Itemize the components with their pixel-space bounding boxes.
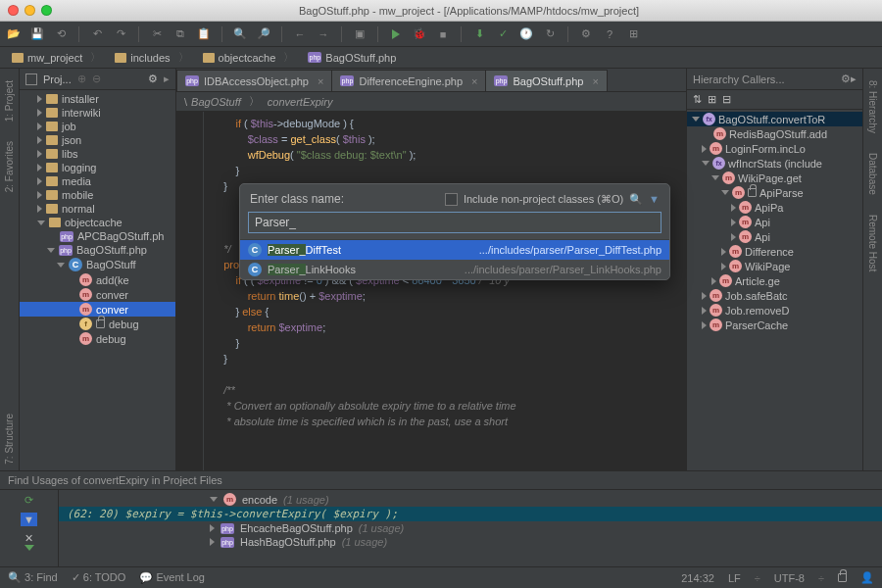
chevron-icon[interactable] [210, 538, 215, 546]
editor-tab[interactable]: phpIDBAccessObject.php× [176, 70, 332, 91]
chevron-icon[interactable] [47, 248, 55, 253]
class-name-input[interactable] [248, 212, 662, 233]
open-icon[interactable]: 📂 [6, 26, 22, 42]
chevron-icon[interactable] [721, 248, 726, 256]
chevron-icon[interactable] [692, 117, 700, 122]
tree-item[interactable]: normal [20, 202, 175, 216]
collapse-icon[interactable]: ⊟ [722, 93, 731, 106]
hide-panel-icon[interactable]: ▸ [851, 73, 857, 85]
zoom-window-button[interactable] [41, 5, 52, 16]
chevron-icon[interactable] [731, 204, 736, 212]
hierarchy-item[interactable]: mArticle.ge [687, 273, 862, 288]
chevron-icon[interactable] [57, 263, 65, 268]
chevron-icon[interactable] [702, 161, 710, 166]
status-line-sep[interactable]: LF [728, 572, 741, 584]
chevron-icon[interactable] [731, 233, 736, 241]
rail-tab-project[interactable]: 1: Project [2, 74, 17, 127]
project-view-icon[interactable] [25, 74, 37, 85]
class-suggestion-item[interactable]: CParser_DiffTest.../includes/parser/Pars… [240, 240, 669, 260]
paste-icon[interactable]: 📋 [196, 26, 212, 42]
help-icon[interactable]: ? [602, 26, 617, 42]
chevron-icon[interactable] [731, 219, 736, 226]
tree-item[interactable]: CBagOStuff [20, 257, 175, 272]
search-icon[interactable]: 🔍 [629, 193, 643, 206]
chevron-down-icon[interactable]: ⊕ [77, 73, 86, 85]
hierarchy-tree[interactable]: fxBagOStuff.convertToRmRedisBagOStuff.ad… [687, 110, 862, 470]
status-position[interactable]: 214:32 [681, 572, 714, 584]
hierarchy-item[interactable]: mApiPa [687, 200, 862, 215]
vcs-icon[interactable]: ⬇ [471, 26, 487, 42]
tree-item[interactable]: job [20, 120, 175, 133]
chevron-icon[interactable] [37, 150, 42, 158]
hierarchy-item[interactable]: mLoginForm.incLo [687, 141, 862, 156]
history-icon[interactable]: 🕐 [518, 26, 534, 42]
include-non-project-checkbox[interactable] [445, 193, 458, 206]
forward-icon[interactable]: → [316, 26, 331, 42]
tree-item[interactable]: phpBagOStuff.php [20, 243, 175, 257]
commit-icon[interactable]: ✓ [495, 26, 511, 42]
expand-icon[interactable]: ⊞ [708, 93, 716, 106]
status-inspection-icon[interactable]: 👤 [860, 571, 874, 584]
sync-icon[interactable]: ⟲ [53, 26, 69, 42]
next-icon[interactable] [24, 551, 34, 563]
copy-icon[interactable]: ⧉ [172, 26, 188, 42]
run-icon[interactable] [388, 26, 404, 42]
chevron-icon[interactable] [37, 164, 42, 172]
replace-icon[interactable]: 🔎 [256, 26, 271, 42]
chevron-icon[interactable] [37, 136, 42, 144]
build-icon[interactable]: ▣ [352, 26, 368, 42]
collapse-icon[interactable]: ⊖ [92, 73, 101, 85]
status-todo[interactable]: ✓ 6: TODO [72, 571, 126, 584]
minimize-window-button[interactable] [24, 5, 35, 16]
hierarchy-item[interactable]: mApi [687, 215, 862, 229]
chevron-icon[interactable] [702, 292, 707, 300]
hierarchy-item[interactable]: mApi [687, 229, 862, 244]
status-find[interactable]: 🔍 3: Find [8, 571, 58, 584]
chevron-icon[interactable] [210, 524, 215, 532]
close-tab-icon[interactable]: × [318, 75, 323, 87]
hierarchy-item[interactable]: mJob.removeD [687, 303, 862, 318]
chevron-icon[interactable] [37, 191, 42, 199]
chevron-icon[interactable] [702, 307, 707, 315]
usage-item[interactable]: phpHashBagOStuff.php (1 usage) [59, 535, 882, 549]
breadcrumb[interactable]: includes [109, 49, 194, 66]
tree-item[interactable]: objectcache [20, 216, 175, 229]
sort-icon[interactable]: ⇅ [693, 93, 702, 106]
settings-icon[interactable]: ⚙ [578, 26, 594, 42]
hierarchy-item[interactable]: mDifference [687, 244, 862, 259]
status-eventlog[interactable]: 💬 Event Log [139, 571, 205, 584]
tree-item[interactable]: mobile [20, 188, 175, 202]
breadcrumb[interactable]: phpBagOStuff.php [302, 51, 402, 65]
tree-item[interactable]: mconver [20, 302, 175, 317]
cut-icon[interactable]: ✂ [149, 26, 165, 42]
hierarchy-item[interactable]: mRedisBagOStuff.add [687, 126, 862, 141]
hierarchy-item[interactable]: mJob.safeBatc [687, 288, 862, 303]
gear-icon[interactable]: ⚙ [148, 73, 158, 85]
hierarchy-item[interactable]: fxwfIncrStats (include [687, 156, 862, 171]
chevron-icon[interactable] [711, 277, 716, 285]
code-editor[interactable]: if ( $this->debugMode ) { $class = get_c… [176, 112, 686, 470]
chevron-icon[interactable] [721, 263, 726, 270]
chevron-icon[interactable] [37, 177, 42, 185]
revert-icon[interactable]: ↻ [542, 26, 558, 42]
tree-item[interactable]: libs [20, 147, 175, 161]
redo-icon[interactable]: ↷ [113, 26, 128, 42]
usage-match-line[interactable]: (62: 20) $expiry = $this->convertExpiry(… [59, 507, 882, 521]
breadcrumb[interactable]: objectcache [197, 49, 301, 66]
close-tab-icon[interactable]: × [471, 75, 477, 87]
hierarchy-item[interactable]: mWikiPage.get [687, 171, 862, 185]
hierarchy-item[interactable]: fxBagOStuff.convertToR [687, 112, 862, 126]
hierarchy-item[interactable]: mApiParse [687, 185, 862, 200]
tree-item[interactable]: installer [20, 92, 175, 106]
tree-item[interactable]: fdebug [20, 317, 175, 331]
chevron-icon[interactable] [702, 145, 707, 153]
hierarchy-item[interactable]: mWikiPage [687, 259, 862, 273]
status-encoding[interactable]: UTF-8 [774, 572, 805, 584]
editor-tab[interactable]: phpBagOStuff.php× [485, 70, 607, 91]
editor-breadcrumb[interactable]: \BagOStuff 〉 convertExpiry [176, 92, 686, 112]
chevron-icon[interactable] [37, 109, 42, 117]
hide-panel-icon[interactable]: ▸ [164, 73, 170, 85]
undo-icon[interactable]: ↶ [89, 26, 105, 42]
editor-tab[interactable]: phpDifferenceEngine.php× [331, 70, 486, 91]
stop-icon[interactable]: ■ [435, 26, 451, 42]
